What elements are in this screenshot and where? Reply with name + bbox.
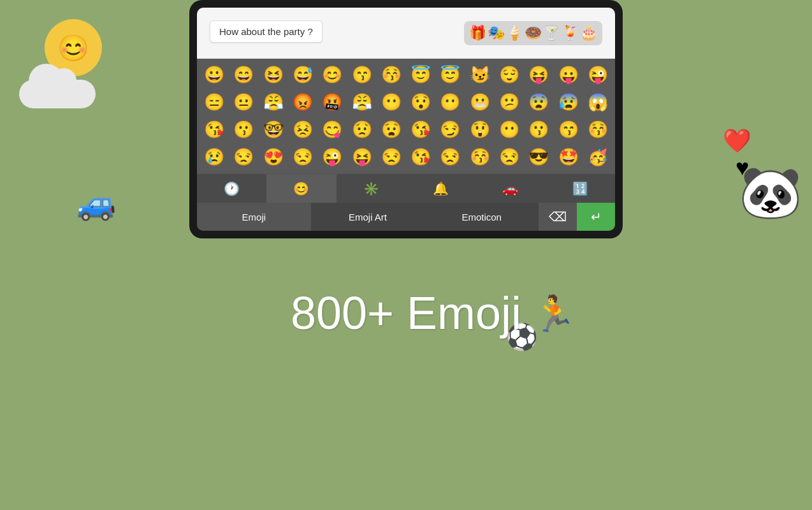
emoji-preview-row: 🎁 🎭 🍦 🍩 🍸 🍹 🎂 (464, 21, 602, 45)
emoji-cell[interactable]: 🤩 (553, 143, 583, 171)
emoji-cell[interactable]: 😇 (435, 61, 465, 89)
emoji-cell[interactable]: 😶 (495, 116, 524, 143)
emoji-cell[interactable]: 😒 (288, 143, 317, 171)
emoji-cell[interactable]: 🤓 (259, 116, 288, 143)
category-tabs: 🕐 😊 ✳️ 🔔 🚗 🔢 (197, 173, 615, 203)
cat-tab-emoji[interactable]: 😊 (266, 174, 336, 203)
emoji-cell[interactable]: 😯 (406, 89, 435, 116)
emoji-cell[interactable]: 😏 (435, 116, 465, 143)
emoji-cell[interactable]: 😢 (199, 143, 229, 171)
emoji-cell[interactable]: 😝 (347, 143, 376, 171)
emoji-cell[interactable]: 😚 (583, 116, 613, 143)
emoji-cell[interactable]: 😝 (524, 61, 553, 89)
emoji-cell[interactable]: 😀 (199, 61, 229, 89)
emoji-cell[interactable]: 😬 (465, 89, 495, 116)
emoji-cell[interactable]: 😇 (406, 61, 435, 89)
cat-tab-recent[interactable]: 🕐 (197, 174, 266, 203)
preview-emoji-5: 🍸 (543, 25, 560, 41)
emoji-cell[interactable]: 🥳 (583, 143, 613, 171)
emoji-cell[interactable]: 😼 (465, 61, 495, 89)
tab-emoji[interactable]: Emoji (197, 203, 311, 231)
car-decoration: 🚙 (76, 185, 116, 222)
emoji-cell[interactable]: 😣 (288, 116, 317, 143)
emoji-cell[interactable]: 😒 (495, 143, 524, 171)
emoji-cell[interactable]: 😐 (229, 89, 258, 116)
text-bubble[interactable]: How about the party ? (210, 20, 323, 43)
tab-emoji-art[interactable]: Emoji Art (311, 203, 425, 231)
preview-emoji-6: 🍹 (562, 25, 579, 41)
emoji-cell[interactable]: 🤬 (317, 89, 347, 116)
cat-tab-alerts[interactable]: 🔔 (406, 174, 475, 203)
emoji-cell[interactable]: 😙 (553, 116, 583, 143)
big-text: 800+ Emoji (291, 287, 521, 339)
emoji-cell[interactable]: 😰 (553, 89, 583, 116)
emoji-cell[interactable]: 😡 (288, 89, 317, 116)
tablet: How about the party ? 🎁 🎭 🍦 🍩 🍸 🍹 🎂 😀 😄 … (189, 0, 623, 238)
emoji-cell[interactable]: 😛 (553, 61, 583, 89)
emoji-cell[interactable]: 😆 (259, 61, 288, 89)
emoji-cell[interactable]: 😘 (199, 116, 229, 143)
emoji-cell[interactable]: 😤 (347, 89, 376, 116)
emoji-cell[interactable]: 😨 (524, 89, 553, 116)
emoji-cell[interactable]: 😌 (495, 61, 524, 89)
delete-button[interactable]: ⌫ (539, 203, 577, 231)
preview-emoji-3: 🍦 (506, 25, 523, 41)
emoji-cell[interactable]: 😧 (377, 116, 406, 143)
emoji-cell[interactable]: 😕 (495, 89, 524, 116)
bottom-tabs: Emoji Emoji Art Emoticon ⌫ ↵ (197, 203, 615, 231)
preview-emoji-1: 🎁 (469, 25, 486, 41)
emoji-grid: 😀 😄 😆 😅 😊 😙 😚 😇 😇 😼 😌 😝 😛 😜 😑 😐 😤 😡 (197, 59, 615, 173)
emoji-cell[interactable]: 😍 (259, 143, 288, 171)
emoji-cell[interactable]: 😱 (583, 89, 613, 116)
rainbow (151, 242, 661, 510)
emoji-cell[interactable]: 😗 (524, 116, 553, 143)
panda-decoration: 🐼 (739, 163, 802, 222)
preview-emoji-4: 🍩 (525, 25, 542, 41)
emoji-cell[interactable]: 😟 (347, 116, 376, 143)
emoji-cell[interactable]: 😚 (465, 143, 495, 171)
emoji-cell[interactable]: 😘 (406, 143, 435, 171)
back-button[interactable]: ↵ (577, 203, 615, 231)
cat-tab-symbols[interactable]: 🔢 (546, 174, 615, 203)
cat-tab-transport[interactable]: 🚗 (475, 174, 545, 203)
cat-tab-nature[interactable]: ✳️ (337, 174, 406, 203)
emoji-cell[interactable]: 😶 (377, 89, 406, 116)
emoji-cell[interactable]: 😲 (465, 116, 495, 143)
tab-emoticon[interactable]: Emoticon (424, 203, 539, 231)
emoji-cell[interactable]: 😘 (406, 116, 435, 143)
emoji-keyboard: 😀 😄 😆 😅 😊 😙 😚 😇 😇 😼 😌 😝 😛 😜 😑 😐 😤 😡 (197, 59, 615, 231)
tablet-inner: How about the party ? 🎁 🎭 🍦 🍩 🍸 🍹 🎂 😀 😄 … (197, 8, 615, 231)
emoji-cell[interactable]: 😒 (377, 143, 406, 171)
emoji-cell[interactable]: 😎 (524, 143, 553, 171)
emoji-cell[interactable]: 😒 (229, 143, 258, 171)
text-area: How about the party ? 🎁 🎭 🍦 🍩 🍸 🍹 🎂 (197, 8, 615, 59)
emoji-cell[interactable]: 😒 (435, 143, 465, 171)
emoji-cell[interactable]: 😙 (347, 61, 376, 89)
cloud-shape (19, 80, 96, 108)
emoji-cell[interactable]: 😶 (435, 89, 465, 116)
emoji-cell[interactable]: 😤 (259, 89, 288, 116)
emoji-cell[interactable]: 😊 (317, 61, 347, 89)
emoji-cell[interactable]: 😄 (229, 61, 258, 89)
emoji-cell[interactable]: 😜 (583, 61, 613, 89)
emoji-cell[interactable]: 😗 (229, 116, 258, 143)
emoji-cell[interactable]: 😅 (288, 61, 317, 89)
emoji-cell[interactable]: 😑 (199, 89, 229, 116)
emoji-cell[interactable]: 😜 (317, 143, 347, 171)
emoji-cell[interactable]: 😋 (317, 116, 347, 143)
preview-emoji-7: 🎂 (580, 25, 597, 41)
emoji-cell[interactable]: 😚 (377, 61, 406, 89)
preview-emoji-2: 🎭 (488, 25, 505, 41)
cloud-decoration (19, 64, 102, 108)
